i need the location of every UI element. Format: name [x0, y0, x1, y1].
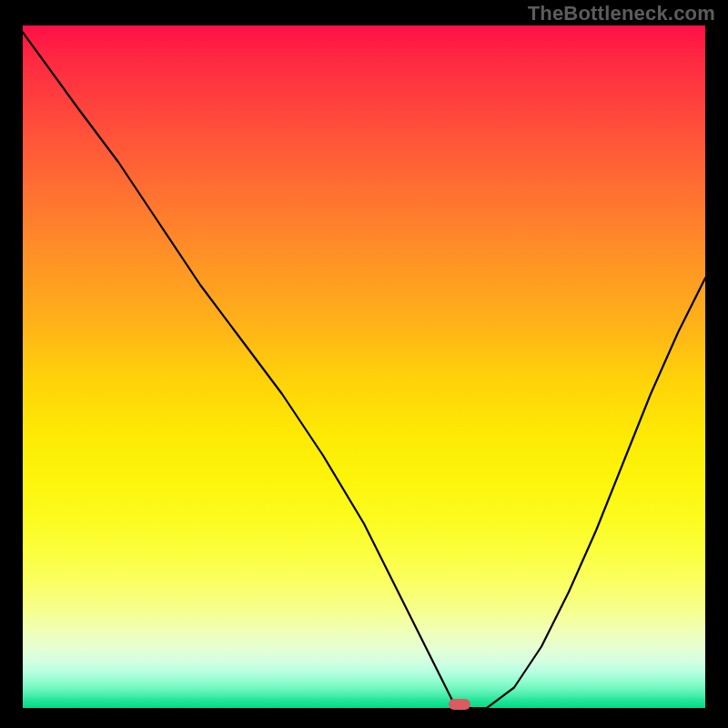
- bottleneck-curve: [23, 25, 705, 708]
- plot-area: [23, 25, 705, 708]
- chart-container: TheBottleneck.com: [0, 0, 728, 728]
- brand-watermark: TheBottleneck.com: [528, 2, 715, 25]
- optimal-marker: [449, 699, 470, 710]
